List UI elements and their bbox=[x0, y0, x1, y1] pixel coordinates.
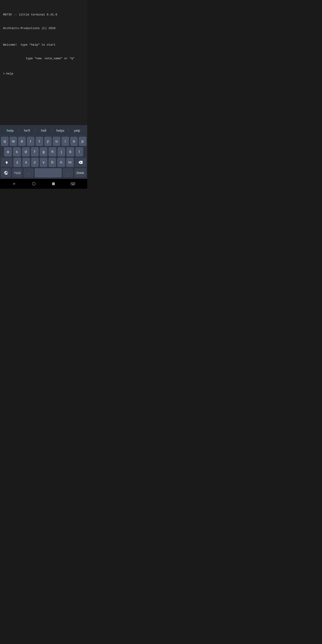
key-done[interactable]: Done bbox=[74, 168, 86, 178]
key-j[interactable]: j bbox=[58, 147, 65, 156]
key-globe[interactable] bbox=[1, 168, 11, 178]
key-t[interactable]: t bbox=[36, 137, 43, 146]
keyboard-row-3: z x c v b n m bbox=[0, 156, 87, 167]
terminal-header-line1: N0735 -- little terminal 0.41.0 bbox=[3, 12, 84, 17]
terminal-area: N0735 -- little terminal 0.41.0 Archtect… bbox=[0, 0, 87, 125]
key-g[interactable]: g bbox=[40, 147, 48, 156]
key-u[interactable]: u bbox=[53, 137, 60, 146]
key-p[interactable]: p bbox=[79, 137, 86, 146]
key-numbers[interactable]: ?123 bbox=[12, 168, 22, 178]
svg-rect-11 bbox=[73, 184, 73, 184]
prompt-symbol: > bbox=[3, 72, 5, 76]
svg-rect-7 bbox=[74, 183, 74, 183]
key-shift[interactable] bbox=[1, 158, 12, 167]
svg-rect-2 bbox=[52, 182, 55, 185]
svg-rect-9 bbox=[71, 184, 72, 184]
key-w[interactable]: w bbox=[10, 137, 17, 146]
key-i[interactable]: i bbox=[62, 137, 69, 146]
key-r[interactable]: r bbox=[27, 137, 34, 146]
key-h[interactable]: h bbox=[48, 147, 56, 156]
key-z[interactable]: z bbox=[14, 158, 21, 167]
svg-rect-4 bbox=[71, 183, 72, 183]
svg-rect-6 bbox=[73, 183, 73, 183]
nav-home-button[interactable] bbox=[29, 180, 38, 187]
key-d[interactable]: d bbox=[22, 147, 30, 156]
keyboard-row-1: q w e r t y u i o p bbox=[0, 136, 87, 146]
key-y[interactable]: y bbox=[44, 137, 52, 146]
keyboard-row-2: a s d f g h j k l bbox=[0, 146, 87, 156]
autocomplete-bar: help he'll hell helps yelp bbox=[0, 125, 87, 136]
key-o[interactable]: o bbox=[70, 137, 78, 146]
key-l[interactable]: l bbox=[75, 147, 83, 156]
key-comma[interactable]: , bbox=[24, 168, 34, 178]
svg-rect-8 bbox=[74, 183, 75, 183]
svg-rect-5 bbox=[72, 183, 72, 183]
key-c[interactable]: c bbox=[31, 158, 39, 167]
autocomplete-item-hellword[interactable]: hell bbox=[35, 127, 52, 134]
key-v[interactable]: v bbox=[40, 158, 48, 167]
key-a[interactable]: a bbox=[4, 147, 12, 156]
key-b[interactable]: b bbox=[48, 158, 56, 167]
key-e[interactable]: e bbox=[18, 137, 26, 146]
autocomplete-item-hell[interactable]: he'll bbox=[18, 127, 35, 134]
key-s[interactable]: s bbox=[13, 147, 21, 156]
nav-back-button[interactable] bbox=[10, 180, 19, 187]
svg-rect-10 bbox=[72, 184, 72, 184]
autocomplete-item-help[interactable]: help bbox=[2, 127, 18, 134]
keyboard: q w e r t y u i o p a s d f g h j k l z … bbox=[0, 136, 87, 179]
terminal-prompt-line[interactable]: > help bbox=[3, 72, 84, 76]
svg-rect-12 bbox=[74, 184, 74, 184]
svg-point-1 bbox=[32, 182, 36, 185]
terminal-welcome1: Welcome! type "help" to start bbox=[3, 43, 84, 47]
key-space[interactable] bbox=[35, 168, 62, 178]
key-f[interactable]: f bbox=[31, 147, 39, 156]
keyboard-row-4: ?123 , . Done bbox=[0, 167, 87, 179]
autocomplete-item-yelp[interactable]: yelp bbox=[69, 127, 86, 134]
svg-rect-13 bbox=[74, 184, 75, 184]
key-n[interactable]: n bbox=[57, 158, 65, 167]
autocomplete-item-helps[interactable]: helps bbox=[52, 127, 69, 134]
key-backspace[interactable] bbox=[75, 158, 86, 167]
prompt-text: help bbox=[6, 72, 13, 76]
key-q[interactable]: q bbox=[1, 137, 8, 146]
key-k[interactable]: k bbox=[66, 147, 74, 156]
key-x[interactable]: x bbox=[22, 158, 30, 167]
key-period[interactable]: . bbox=[63, 168, 73, 178]
svg-rect-14 bbox=[72, 184, 74, 185]
nav-recents-button[interactable] bbox=[49, 180, 58, 187]
nav-keyboard-button[interactable] bbox=[68, 180, 77, 187]
terminal-header-line2: Archtects-Productions (C) 2018 bbox=[3, 26, 84, 31]
svg-rect-0 bbox=[6, 164, 7, 164]
terminal-welcome2: type "new -note_name" or "q" bbox=[3, 56, 84, 61]
navigation-bar bbox=[0, 179, 87, 189]
key-m[interactable]: m bbox=[66, 158, 74, 167]
